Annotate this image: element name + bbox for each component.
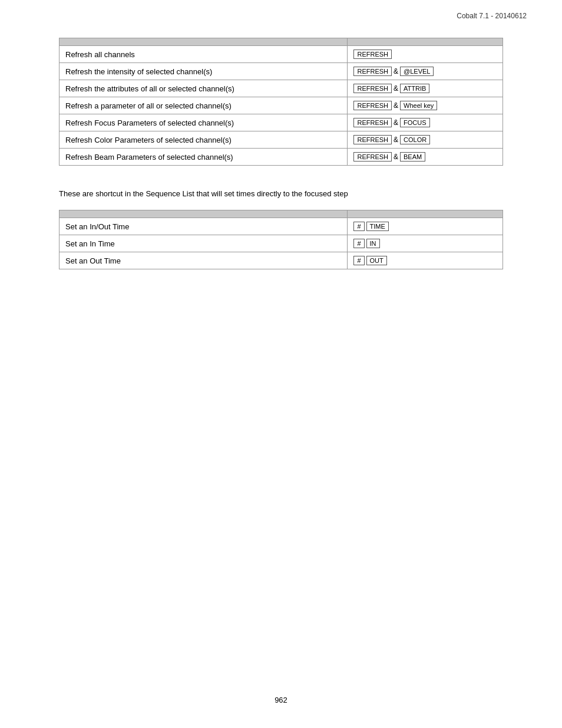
table1-col1-header xyxy=(59,38,348,46)
row-description: Set an In Time xyxy=(59,235,348,252)
key-badge: # xyxy=(353,222,364,231)
key-separator: & xyxy=(394,136,398,144)
key-badge: FOCUS xyxy=(400,118,430,127)
table-row: Refresh all channelsREFRESH xyxy=(59,46,503,63)
row-description: Set an In/Out Time xyxy=(59,218,348,235)
table-row: Set an In/Out Time#TIME xyxy=(59,218,503,235)
row-description: Refresh a parameter of all or selected c… xyxy=(59,97,348,114)
row-description: Set an Out Time xyxy=(59,252,348,269)
row-keys: #IN xyxy=(348,235,503,252)
main-content: Refresh all channelsREFRESHRefresh the i… xyxy=(0,26,562,317)
key-separator: & xyxy=(394,118,398,127)
row-keys: REFRESH&ATTRIB xyxy=(348,80,503,97)
key-separator: & xyxy=(394,84,398,93)
key-badge: # xyxy=(353,256,364,265)
key-separator: & xyxy=(394,67,398,75)
row-description: Refresh Beam Parameters of selected chan… xyxy=(59,149,348,166)
key-badge: COLOR xyxy=(400,135,430,144)
page-header: Cobalt 7.1 - 20140612 xyxy=(0,0,562,26)
table-row: Refresh the intensity of selected channe… xyxy=(59,63,503,80)
refresh-commands-table: Refresh all channelsREFRESHRefresh the i… xyxy=(59,38,503,166)
row-keys: REFRESH xyxy=(348,46,503,63)
key-badge: BEAM xyxy=(400,152,425,162)
sequence-description: These are shortcut in the Sequence List … xyxy=(59,189,503,198)
row-description: Refresh the attributes of all or selecte… xyxy=(59,80,348,97)
table1-col2-header xyxy=(348,38,503,46)
table2-col1-header xyxy=(59,210,348,218)
key-separator: & xyxy=(394,101,398,110)
table-row: Refresh a parameter of all or selected c… xyxy=(59,97,503,114)
key-badge: OUT xyxy=(366,256,387,265)
table2-col2-header xyxy=(348,210,503,218)
key-badge: ATTRIB xyxy=(400,84,429,93)
table-row: Refresh Beam Parameters of selected chan… xyxy=(59,149,503,166)
table-row: Refresh the attributes of all or selecte… xyxy=(59,80,503,97)
row-keys: #TIME xyxy=(348,218,503,235)
table-row: Refresh Color Parameters of selected cha… xyxy=(59,131,503,149)
row-description: Refresh Focus Parameters of selected cha… xyxy=(59,114,348,131)
table-row: Set an Out Time#OUT xyxy=(59,252,503,269)
page-number: 962 xyxy=(0,696,562,704)
table-row: Refresh Focus Parameters of selected cha… xyxy=(59,114,503,131)
row-keys: REFRESH&COLOR xyxy=(348,131,503,149)
key-badge: REFRESH xyxy=(353,152,392,162)
key-badge: REFRESH xyxy=(353,84,392,93)
row-keys: #OUT xyxy=(348,252,503,269)
key-badge: TIME xyxy=(366,222,389,231)
key-badge: REFRESH xyxy=(353,50,392,59)
row-keys: REFRESH&@LEVEL xyxy=(348,63,503,80)
key-separator: & xyxy=(394,153,398,161)
key-badge: Wheel key xyxy=(400,101,437,110)
key-badge: # xyxy=(353,239,364,248)
key-badge: REFRESH xyxy=(353,135,392,144)
table-row: Set an In Time#IN xyxy=(59,235,503,252)
row-keys: REFRESH&Wheel key xyxy=(348,97,503,114)
key-badge: @LEVEL xyxy=(400,67,434,76)
header-title: Cobalt 7.1 - 20140612 xyxy=(457,12,527,20)
row-keys: REFRESH&FOCUS xyxy=(348,114,503,131)
row-description: Refresh all channels xyxy=(59,46,348,63)
time-commands-table: Set an In/Out Time#TIMESet an In Time#IN… xyxy=(59,210,503,269)
row-description: Refresh Color Parameters of selected cha… xyxy=(59,131,348,149)
key-badge: IN xyxy=(366,239,380,248)
row-keys: REFRESH&BEAM xyxy=(348,149,503,166)
key-badge: REFRESH xyxy=(353,101,392,110)
row-description: Refresh the intensity of selected channe… xyxy=(59,63,348,80)
key-badge: REFRESH xyxy=(353,118,392,127)
key-badge: REFRESH xyxy=(353,67,392,76)
